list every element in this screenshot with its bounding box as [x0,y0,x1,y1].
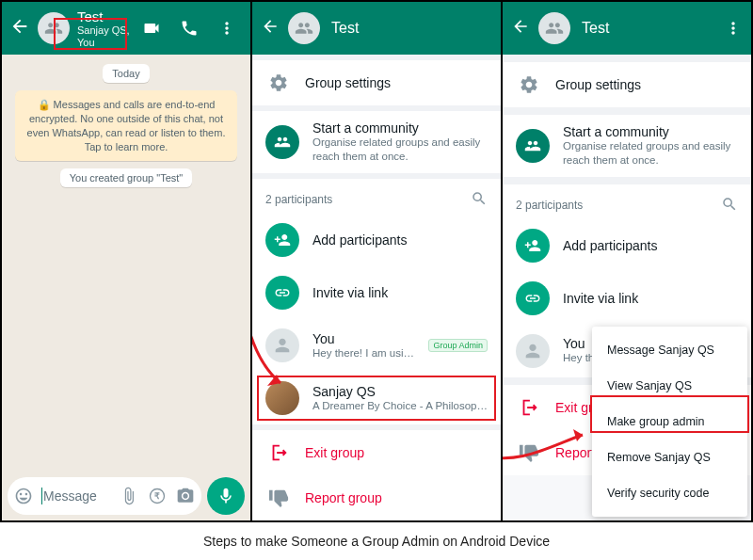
message-input[interactable]: Message [41,488,111,504]
you-status: Hey there! I am using WhatsApp. [312,346,415,360]
header-titles[interactable]: Test Sanjay QS, You [77,8,136,49]
info-header: Test [503,2,751,55]
invite-link-label: Invite via link [312,285,488,300]
chat-title: Test [77,8,136,24]
back-icon[interactable] [9,16,30,41]
report-group-label: Report group [305,490,488,505]
video-call-icon[interactable] [141,18,162,39]
gear-icon [265,70,292,96]
svg-text:₹: ₹ [154,491,160,501]
add-participants-label: Add participants [312,232,488,248]
community-icon [265,125,299,159]
row-add-participants[interactable]: Add participants [252,214,501,266]
menu-message[interactable]: Message Sanjay QS [592,332,747,368]
date-chip: Today [103,64,149,83]
back-icon[interactable] [510,17,531,40]
caption: Steps to make Someone a Group Admin on A… [0,522,753,560]
row-invite-link[interactable]: Invite via link [252,266,501,319]
encryption-notice[interactable]: 🔒 Messages and calls are end-to-end encr… [15,90,237,161]
payment-icon[interactable]: ₹ [147,486,168,506]
camera-icon[interactable] [175,486,196,506]
participants-count: 2 participants [516,199,583,212]
more-icon[interactable] [216,18,237,39]
row-start-community[interactable]: Start a community Organise related group… [252,111,501,173]
panel-context-menu: Test Group settings [503,2,751,520]
add-participants-label: Add participants [563,238,738,253]
link-icon [516,281,550,315]
report-icon [265,485,292,511]
header-actions [136,18,243,39]
group-avatar[interactable] [288,12,320,44]
row-participant-sanjay[interactable]: Sanjay QS A Dreamer By Choice - A Philos… [252,372,501,424]
group-info-title: Test [331,20,493,37]
info-header: Test [252,2,501,55]
link-icon [265,276,299,310]
system-message: You created group "Test" [60,168,193,187]
menu-make-admin[interactable]: Make group admin [592,404,747,440]
attach-icon[interactable] [119,486,139,506]
admin-badge: Group Admin [428,339,488,352]
context-menu: Message Sanjay QS View Sanjay QS Make gr… [592,327,747,517]
row-start-community[interactable]: Start a community Organise related group… [503,115,751,177]
participants-header: 2 participants [252,179,501,214]
add-person-icon [516,229,550,263]
emoji-icon[interactable] [13,486,34,506]
community-icon [516,129,550,163]
chat-subtitle: Sanjay QS, You [77,24,136,48]
group-avatar[interactable] [538,12,570,44]
invite-link-label: Invite via link [563,291,738,306]
composer: Message ₹ [2,472,250,520]
row-group-settings[interactable]: Group settings [252,60,501,105]
community-title: Start a community [563,124,738,139]
back-icon[interactable] [260,17,280,40]
row-group-settings[interactable]: Group settings [503,62,751,107]
avatar-you [516,334,550,368]
menu-remove[interactable]: Remove Sanjay QS [592,440,747,475]
info-body: Group settings Start a community Organis… [252,55,501,520]
row-exit-group[interactable]: Exit group [252,430,501,475]
exit-group-label: Exit group [305,445,488,460]
participants-header: 2 participants [503,184,751,219]
group-settings-label: Group settings [555,77,738,92]
row-add-participants[interactable]: Add participants [503,219,751,272]
exit-icon [265,440,292,466]
avatar-you [265,328,299,362]
panel-group-info: Test Group settings Start [252,2,501,520]
add-person-icon [265,223,299,257]
avatar-sanjay [265,381,299,415]
composer-input-wrap: Message ₹ [8,477,201,515]
group-settings-label: Group settings [305,75,488,90]
participants-count: 2 participants [265,193,332,206]
exit-icon [516,394,542,421]
panel-chat: Test Sanjay QS, You Today 🔒 Messages and… [2,2,250,520]
group-avatar[interactable] [38,12,70,44]
report-icon [516,440,542,466]
sanjay-name: Sanjay QS [312,384,488,399]
row-invite-link[interactable]: Invite via link [503,272,751,325]
voice-call-icon[interactable] [179,18,200,39]
row-participant-you[interactable]: You Hey there! I am using WhatsApp. Grou… [252,319,501,372]
search-icon[interactable] [721,196,738,216]
gear-icon [516,72,542,98]
community-title: Start a community [312,120,488,136]
menu-view[interactable]: View Sanjay QS [592,368,747,404]
sanjay-status: A Dreamer By Choice - A Philosopher B… [312,399,488,413]
community-sub: Organise related groups and easily reach… [563,139,738,168]
search-icon[interactable] [471,190,488,210]
chat-body: Today 🔒 Messages and calls are end-to-en… [2,55,250,472]
menu-verify[interactable]: Verify security code [592,475,747,511]
community-sub: Organise related groups and easily reach… [312,136,488,164]
more-icon[interactable] [723,18,744,39]
mic-button[interactable] [207,477,245,515]
you-name: You [312,331,415,346]
row-report-group[interactable]: Report group [252,475,501,520]
group-info-title: Test [582,20,723,37]
chat-header: Test Sanjay QS, You [2,2,250,55]
